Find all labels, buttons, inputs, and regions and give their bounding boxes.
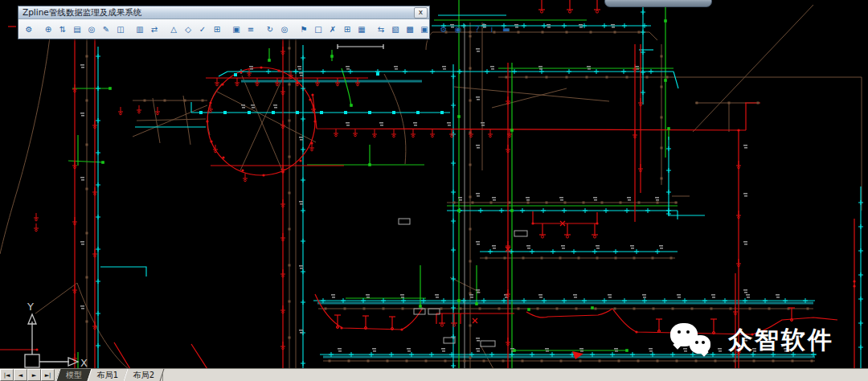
error-check-icon[interactable]: ✗ [326,23,340,36]
image-manage-icon[interactable]: ◫ [114,23,128,36]
lock-data-icon[interactable]: ◉ [452,23,465,36]
select-frame-icon[interactable]: ▣ [230,23,244,36]
toolbar-group: ⚙ [22,23,36,36]
settings-icon[interactable]: ⚙ [23,23,36,36]
next-tab-button[interactable]: ► [27,369,41,381]
toolbar-group: ⚙◉ [436,23,465,36]
toolbar-group: ▣≡ [229,23,258,36]
view-monitor-icon[interactable]: □ [312,23,326,36]
tab-布局2[interactable]: 布局2 [124,369,165,381]
export-data-icon[interactable]: ⇄ [148,23,162,36]
import-data-icon[interactable]: ▥ [133,23,147,36]
crop-frame-icon[interactable]: ▩ [403,23,417,36]
tab-nav-buttons: |◄◄►►| [0,369,55,381]
background-window-edge [604,0,712,7]
help-icon[interactable]: ? [471,23,485,36]
toolbar-group: ⊕⇅▤◎✎◫ [41,23,128,36]
tab-bar-filler [162,369,868,381]
toolbar-group: ⇆▧▩▣ [374,23,432,36]
toolbar-buttons-row: ⚙⊕⇅▤◎✎◫▥⇄△◇✓⊞▣≡↻◎⚑□✗⊞▦⇆▧▩▣⚙◉?i▬ [18,19,429,39]
prev-tab-button[interactable]: ◄ [14,369,27,381]
toolbar-group: ?i▬ [470,23,514,36]
last-tab-button[interactable]: ►| [41,369,55,381]
svg-text:Y: Y [27,301,34,313]
first-tab-button[interactable]: |◄ [0,369,14,381]
watermark-text: 众智软件 [728,324,834,357]
layout-tabs: 模型布局1布局2 [58,369,162,381]
cad-canvas[interactable]: YX [0,0,868,369]
calculator-icon[interactable]: ▬ [500,23,514,36]
hatch-grid-icon[interactable]: ▦ [355,23,369,36]
zpline-toolbar-window: Zpline管线数据监理及成果系统 x ⚙⊕⇅▤◎✎◫▥⇄△◇✓⊞▣≡↻◎⚑□✗… [18,6,430,39]
toolbar-group: ⚑□✗⊞▦ [297,23,369,36]
watermark: 众智软件 [670,322,834,358]
mirror-flip-icon[interactable]: ⇆ [375,23,388,36]
svg-text:X: X [80,357,88,369]
table-add-icon[interactable]: ⊞ [341,23,354,36]
wechat-icon [670,322,717,358]
data-transfer-icon[interactable]: ⇅ [56,23,70,36]
batch-update-icon[interactable]: ↻ [264,23,277,36]
data-save-icon[interactable]: ▤ [71,23,84,36]
edit-line-icon[interactable]: ◇ [182,23,195,36]
data-check-icon[interactable]: ◎ [85,23,99,36]
tab-模型[interactable]: 模型 [56,369,92,381]
doc-list-icon[interactable]: ≡ [244,23,258,36]
layout-tab-bar: |◄◄►►| 模型布局1布局2 [0,368,868,381]
toolbar-titlebar[interactable]: Zpline管线数据监理及成果系统 x [18,6,429,19]
toolbar-group: ▥⇄ [133,23,162,36]
about-info-icon[interactable]: i [485,23,499,36]
stats-table-icon[interactable]: ⊞ [211,23,224,36]
close-icon[interactable]: x [414,7,428,18]
flag-mark-icon[interactable]: ⚑ [297,23,311,36]
toolbar-group: ↻◎ [263,23,292,36]
locate-target-icon[interactable]: ◎ [278,23,292,36]
draw-point-icon[interactable]: △ [167,23,181,36]
toolbar-group: △◇✓⊞ [166,23,224,36]
data-add-icon[interactable]: ⊕ [42,23,55,36]
attr-check-icon[interactable]: ✓ [196,23,210,36]
tab-布局1[interactable]: 布局1 [88,369,129,381]
toolbar-title: Zpline管线数据监理及成果系统 [23,6,414,18]
app-screen: YX Zpline管线数据监理及成果系统 x ⚙⊕⇅▤◎✎◫▥⇄△◇✓⊞▣≡↻◎… [0,0,868,381]
layout-window-icon[interactable]: ▧ [389,23,403,36]
data-edit-icon[interactable]: ✎ [100,23,113,36]
settings-alt-icon[interactable]: ⚙ [437,23,451,36]
copy-cascade-icon[interactable]: ▣ [418,23,432,36]
